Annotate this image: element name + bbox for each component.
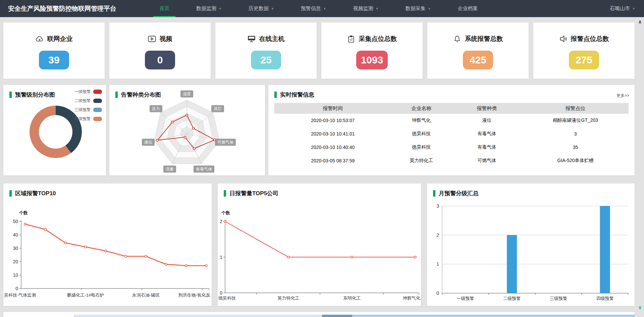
svg-text:昊科技-气体监测: 昊科技-气体监测 — [4, 293, 36, 298]
navbar: 安全生产风险预警防控物联网管理平台 首页数据监测▼历史数据▼预警信息▼视频监测▼… — [0, 0, 644, 17]
legend-item-1[interactable]: 一级预警 — [74, 89, 102, 95]
stat-card-value: 1093 — [356, 51, 388, 69]
table-row[interactable]: 2020-03-10 10:53:07坤辉气化液位精醇南罐液位GT_203 — [274, 114, 629, 127]
legend-item-2[interactable]: 二级预警 — [74, 98, 102, 104]
table-cell: 精醇南罐液位GT_203 — [522, 117, 629, 123]
svg-text:德昊科技: 德昊科技 — [218, 296, 236, 301]
stat-card-label: 在线主机 — [259, 35, 285, 43]
panel-title: 区域报警TOP10 — [9, 190, 56, 197]
title-bar-icon — [224, 190, 226, 197]
clipboard-icon — [347, 35, 355, 43]
table-cell: GIA-520单体贮槽 — [522, 158, 629, 164]
bell-icon — [453, 35, 461, 43]
chevron-down-icon: ▼ — [219, 7, 222, 10]
svg-text:四级预警: 四级预警 — [596, 296, 614, 301]
svg-text:个数: 个数 — [19, 210, 28, 215]
stat-card-header: 在线主机 — [248, 35, 285, 43]
svg-text:20: 20 — [13, 259, 18, 264]
nav-item-label: 视频监测 — [353, 5, 373, 12]
table-cell: 德昊科技 — [391, 131, 451, 137]
legend-swatch — [93, 90, 102, 94]
table-cell: 2020-03-10 10:40:40 — [274, 145, 391, 150]
stat-card-value: 425 — [463, 51, 493, 69]
nav-item-3[interactable]: 历史数据▼ — [240, 0, 283, 17]
svg-text:40: 40 — [13, 232, 18, 237]
monthly-levels-panel: 月预警分级汇总 0123一级预警二级预警三级预警四级预警 — [427, 183, 635, 306]
region-top10-panel: 区域报警TOP10 01020304050个数昊科技-气体监测鹏盛化工-1#电石… — [3, 183, 212, 306]
table-cell: 2020-03-10 10:41:01 — [274, 131, 391, 137]
table-row[interactable]: 2020-03-05 08:37:59英力特化工可燃气体GIA-520单体贮槽 — [274, 154, 629, 167]
legend-label: 二级预警 — [74, 98, 91, 104]
stat-card-header: 采集点位总数 — [347, 35, 397, 43]
table-cell: 有毒气体 — [451, 131, 522, 137]
table-cell: 2020-03-10 10:53:07 — [274, 118, 391, 123]
nav-item-7[interactable]: 企业档案 — [449, 0, 487, 17]
stat-card-3: 在线主机25 — [215, 22, 317, 79]
table-row[interactable]: 2020-03-10 10:40:40德昊科技有毒气体35 — [274, 141, 629, 154]
table-cell: 35 — [522, 145, 629, 150]
nav-item-5[interactable]: 视频监测▼ — [344, 0, 387, 17]
speaker-icon — [559, 35, 567, 43]
stat-card-label: 系统报警总数 — [465, 35, 503, 43]
panel-title: 告警种类分布图 — [115, 91, 161, 99]
table-cell: 可燃气体 — [451, 158, 522, 164]
stat-card-value: 39 — [39, 51, 69, 69]
radar-axis-label: 温度 — [180, 91, 193, 98]
svg-text:三级预警: 三级预警 — [550, 296, 567, 301]
nav-item-label: 历史数据 — [249, 5, 269, 12]
stat-card-label: 报警点位总数 — [571, 35, 609, 43]
table-cell: 3 — [522, 131, 629, 137]
title-bar-icon — [115, 92, 118, 98]
svg-text:10: 10 — [13, 272, 18, 278]
donut-chart — [30, 106, 82, 158]
nav-item-6[interactable]: 数据采集▼ — [397, 0, 440, 17]
radar-axis-label: 液位 — [142, 139, 155, 146]
panel-title: 预警级别分布图 — [9, 91, 55, 99]
daily-top5-panel: 日报警量TOP5公司 012个数德昊科技英力特化工东明化工坤辉气化 — [218, 183, 421, 306]
panel-title: 实时报警信息 — [274, 91, 314, 99]
warning-level-panel: 预警级别分布图 一级预警二级预警三级预警四级预警 — [3, 85, 106, 175]
svg-text:一级预警: 一级预警 — [457, 296, 474, 301]
scroll-down-icon[interactable]: ∨ — [637, 305, 643, 311]
stat-card-value: 275 — [569, 51, 599, 69]
radar-axis-label: 有毒气体 — [194, 166, 214, 173]
radar-axis-label: 流量 — [163, 166, 176, 173]
table-row[interactable]: 2020-03-10 10:41:01德昊科技有毒气体3 — [274, 127, 629, 141]
svg-text:个数: 个数 — [221, 210, 230, 215]
nav-item-4[interactable]: 预警信息▼ — [292, 0, 335, 17]
monthly-bar-chart: 0123一级预警二级预警三级预警四级预警 — [427, 183, 635, 306]
chevron-down-icon: ▼ — [428, 7, 431, 10]
alarm-table: 报警时间企业名称报警种类报警点位2020-03-10 10:53:07坤辉气化液… — [274, 103, 629, 167]
column-header: 企业名称 — [391, 105, 451, 112]
stat-card-6: 报警点位总数275 — [533, 22, 635, 79]
stat-card-label: 采集点位总数 — [359, 35, 397, 43]
nav-item-1[interactable]: 首页 — [151, 0, 178, 17]
monitor-icon — [248, 35, 256, 43]
table-cell: 有毒气体 — [451, 144, 522, 150]
svg-text:3: 3 — [436, 203, 439, 209]
svg-text:30: 30 — [13, 246, 18, 251]
more-link[interactable]: 更多>> — [616, 93, 629, 99]
svg-text:1: 1 — [220, 255, 222, 260]
scroll-up-icon[interactable]: ∧ — [637, 19, 643, 25]
below-fold-bar — [74, 315, 352, 317]
below-fold-bar — [352, 315, 635, 317]
legend-item-3[interactable]: 三级预警 — [74, 107, 102, 113]
legend-item-4[interactable]: 四级预警 — [74, 116, 102, 122]
alarm-type-panel: 告警种类分布图 温度其它可燃气体有毒气体流量液位压力 — [109, 85, 265, 175]
svg-text:鹏盛化工-1#电石炉: 鹏盛化工-1#电石炉 — [67, 293, 104, 298]
radar-axis-label: 其它 — [211, 105, 224, 112]
nav-item-label: 首页 — [159, 5, 169, 12]
dashboard-page: 安全生产风险预警防控物联网管理平台 首页数据监测▼历史数据▼预警信息▼视频监测▼… — [0, 0, 644, 317]
stat-card-header: 联网企业 — [36, 35, 73, 43]
region-selector[interactable]: 石嘴山市 ▼ — [610, 0, 644, 17]
table-cell: 2020-03-05 08:37:59 — [274, 158, 391, 163]
chevron-down-icon: ▼ — [323, 7, 326, 10]
legend-label: 一级预警 — [74, 89, 91, 95]
svg-text:0: 0 — [436, 290, 439, 296]
legend-swatch — [93, 99, 102, 103]
stat-card-2: 视频0 — [109, 22, 211, 79]
nav-item-2[interactable]: 数据监测▼ — [187, 0, 230, 17]
title-bar-icon — [433, 190, 435, 197]
top5-line-chart: 012个数德昊科技英力特化工东明化工坤辉气化 — [218, 183, 421, 306]
